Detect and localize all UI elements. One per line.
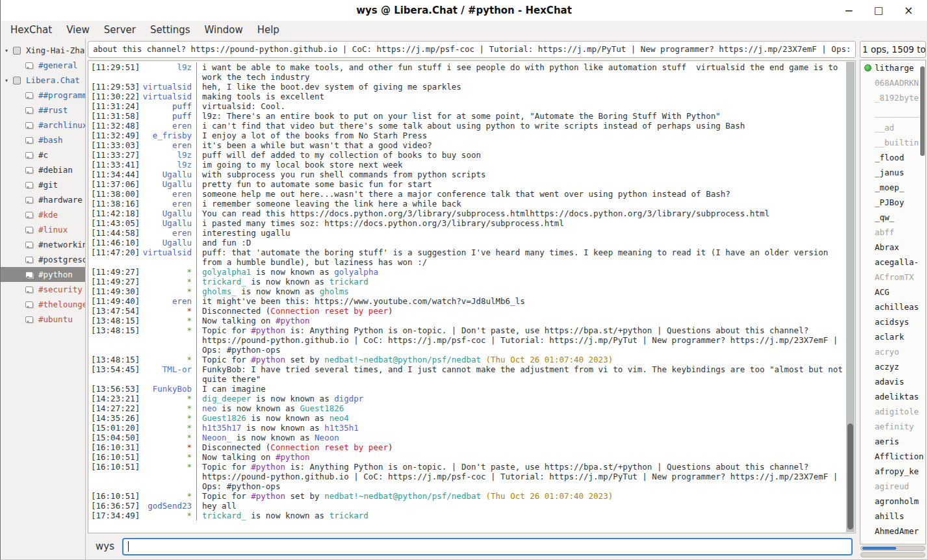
sidebar-item--security[interactable]: #security — [1, 282, 85, 297]
sidebar-item--git[interactable]: #git — [1, 177, 85, 192]
sidebar-item--rust[interactable]: ##rust — [1, 103, 85, 118]
chat-line: [16:36:57]godSend23hey all — [91, 501, 844, 511]
user-list-item[interactable]: agireud — [860, 479, 925, 494]
user-list-item[interactable]: acidsys — [860, 314, 925, 329]
sidebar-item--general[interactable]: #general — [1, 58, 85, 73]
nick: * — [142, 267, 196, 277]
user-list-item[interactable]: _PJBoy — [860, 195, 925, 210]
topic-bar[interactable]: about this channel? https://pound-python… — [88, 41, 856, 58]
user-name: _8192byte — [875, 93, 919, 103]
user-list-item[interactable]: Affliction — [860, 449, 925, 464]
nick: * — [142, 511, 196, 520]
user-list-item[interactable]: acegalla- — [860, 255, 925, 270]
user-list-item[interactable]: AhmedAmer — [860, 524, 925, 539]
user-list-item[interactable]: aclark — [860, 329, 925, 344]
nick: eren — [142, 189, 196, 199]
sidebar-item--archlinux[interactable]: #archlinux — [1, 118, 85, 133]
message-text: im going to my local book store next wee… — [196, 160, 844, 170]
nick: FunkyBob — [142, 384, 196, 394]
expander-icon[interactable]: ▾ — [1, 47, 10, 54]
nick: puff — [142, 101, 196, 111]
menu-view[interactable]: View — [59, 23, 97, 37]
user-name: _moep_ — [875, 183, 904, 192]
expander-icon[interactable]: ▾ — [1, 77, 10, 84]
menu-server[interactable]: Server — [97, 23, 143, 37]
maximize-icon[interactable]: □ — [866, 2, 891, 19]
message-text: puff: that 'automate the boring stuff' i… — [196, 248, 844, 267]
message-input[interactable] — [122, 538, 853, 555]
sidebar-item--kde[interactable]: #kde — [1, 207, 85, 222]
sidebar-item--postgresql[interactable]: #postgresql — [1, 252, 85, 267]
sidebar-item--hardware[interactable]: #hardware — [1, 192, 85, 207]
sidebar-item-xing-hai-zhan[interactable]: ▾Xing-Hai-Zhan — [1, 43, 85, 58]
channel-icon — [23, 182, 36, 188]
menu-settings[interactable]: Settings — [143, 23, 198, 37]
user-list-item[interactable]: acryo — [860, 344, 925, 359]
user-name: agireud — [875, 481, 909, 491]
sidebar-item--ubuntu[interactable]: #ubuntu — [1, 312, 85, 327]
message-text: gholms_ is now known as gholms — [196, 286, 844, 296]
user-name: adavis — [875, 377, 904, 387]
user-list-item[interactable]: aefinity — [860, 419, 925, 434]
sidebar-item--python[interactable]: #python — [1, 267, 85, 282]
user-list-item[interactable]: achilleas — [860, 299, 925, 314]
user-list-item[interactable]: _8192byte — [860, 90, 925, 105]
input-row: wys — [88, 533, 856, 559]
timestamp: [13:48:15] — [91, 355, 142, 364]
user-list-item[interactable]: __builtin — [860, 135, 925, 150]
menu-help[interactable]: Help — [250, 23, 287, 37]
user-list-item[interactable]: __ad — [860, 120, 925, 135]
user-list-item[interactable]: afropy_ke — [860, 464, 925, 479]
user-list-item[interactable]: adeliktas — [860, 389, 925, 404]
chat-line: [13:48:15]*Topic for #python is: Anythin… — [91, 325, 844, 355]
chat-scrollbar[interactable] — [846, 62, 855, 532]
user-list-item[interactable]: _moep_ — [860, 180, 925, 195]
user-list-item[interactable]: Abrax — [860, 240, 925, 255]
user-name: _flood — [875, 153, 904, 162]
chat-line: [11:31:58]puffl9z: There's an entire boo… — [91, 111, 844, 121]
nick: Ugallu — [142, 238, 196, 248]
user-list-item[interactable]: _flood — [860, 150, 925, 165]
op-icon — [860, 64, 875, 71]
user-list-item[interactable]: adigitole — [860, 404, 925, 419]
close-icon[interactable]: × — [896, 2, 921, 19]
sidebar-item--c[interactable]: #c — [1, 147, 85, 162]
message-text: Guest1826 is now known as neo4 — [196, 413, 844, 423]
user-list-item[interactable]: _janus — [860, 165, 925, 180]
user-list-item[interactable]: _________ — [860, 105, 925, 120]
user-list-item[interactable]: adavis — [860, 374, 925, 389]
sidebar-item--programming[interactable]: ##programming — [1, 88, 85, 103]
chat-line: [13:56:53]FunkyBobI can imagine — [91, 384, 844, 394]
server-glyph — [13, 77, 21, 84]
sidebar-item-libera-chat[interactable]: ▾Libera.Chat — [1, 73, 85, 88]
user-list-item[interactable]: ahills — [860, 509, 925, 524]
message-text: I can imagine — [196, 384, 844, 394]
user-list-item[interactable]: 068AADRKN — [860, 75, 925, 90]
user-list-item[interactable]: aeris — [860, 434, 925, 449]
menu-window[interactable]: Window — [198, 23, 250, 37]
sidebar-item--bash[interactable]: #bash — [1, 133, 85, 147]
user-list-item[interactable]: agronholm — [860, 494, 925, 509]
chat-line: [11:34:44]Ugalluwith subprocess you run … — [91, 170, 844, 179]
sidebar-item--debian[interactable]: #debian — [1, 162, 85, 177]
userlist-scrollbar-thumb[interactable] — [920, 66, 925, 156]
sidebar-item--linux[interactable]: #linux — [1, 222, 85, 237]
sidebar-item--thelounge[interactable]: #thelounge — [1, 297, 85, 312]
user-list-item[interactable]: ACG — [860, 285, 925, 299]
user-list-item[interactable]: _qw_ — [860, 210, 925, 225]
sidebar-item-label: #archlinux — [36, 120, 85, 130]
chat-line: [11:31:24]puffvirtualsid: Cool. — [91, 101, 844, 111]
user-list-item[interactable]: litharge — [860, 60, 925, 75]
chat-line: [15:04:50]*Neoon_ is now known as Neoon — [91, 433, 844, 442]
user-name: acidsys — [875, 317, 909, 327]
timestamp: [14:27:22] — [91, 403, 142, 413]
nick: virtualsid — [142, 82, 196, 92]
chat-scrollbar-thumb[interactable] — [847, 424, 853, 529]
channel-glyph — [25, 286, 33, 293]
menu-hexchat[interactable]: HexChat — [3, 23, 59, 37]
user-list-item[interactable]: aczyz — [860, 359, 925, 374]
user-list-item[interactable]: abff — [860, 225, 925, 240]
user-list-item[interactable]: ACfromTX — [860, 270, 925, 285]
sidebar-item--networking[interactable]: #networking — [1, 237, 85, 252]
minimize-icon[interactable]: − — [836, 2, 861, 19]
